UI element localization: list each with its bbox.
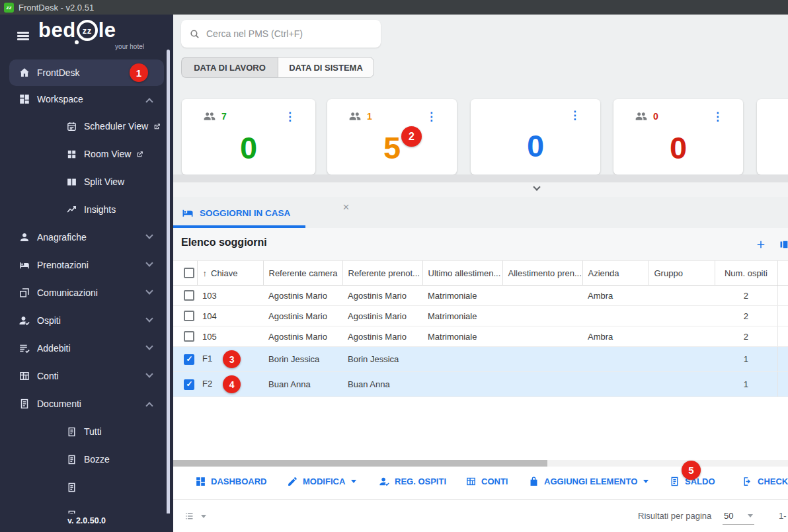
add-icon[interactable] <box>755 239 767 250</box>
sidebar-item-comunicazioni[interactable]: Comunicazioni <box>9 279 164 307</box>
sort-asc-icon: ↑ <box>203 268 208 278</box>
row-checkbox[interactable] <box>184 331 194 342</box>
column-header[interactable]: Num. ospiti <box>715 261 777 285</box>
column-header-chiave[interactable]: ↑Chiave <box>197 261 263 285</box>
sidebar-item-scheduler-view[interactable]: Scheduler View <box>9 112 164 140</box>
table-row-selected[interactable]: F13 Borin Jessica Borin Jessica 1 <box>173 347 788 372</box>
sidebar-item-workspace[interactable]: Workspace <box>9 86 164 112</box>
close-icon[interactable]: ✕ <box>342 202 350 212</box>
sidebar-item-bozze[interactable]: Bozze <box>9 445 164 473</box>
stat-card-1: 7 ⋮ 0 <box>182 99 315 174</box>
table-row[interactable]: 105 Agostinis Mario Agostinis Mario Matr… <box>173 326 788 347</box>
menu-icon[interactable] <box>17 32 29 40</box>
column-header[interactable]: Referente camera <box>263 261 342 285</box>
results-range: 1- <box>779 511 787 521</box>
table-row[interactable]: 104 Agostinis Mario Agostinis Mario Matr… <box>173 306 788 326</box>
tab-soggiorni-in-casa[interactable]: SOGGIORNI IN CASA <box>181 206 290 219</box>
dashboard-button[interactable]: DASHBOARD <box>195 467 267 496</box>
list-check-icon <box>19 342 30 354</box>
sidebar-item-prenotazioni[interactable]: Prenotazioni <box>9 251 164 279</box>
sidebar-item-room-view[interactable]: Room View <box>9 140 164 168</box>
pencil-icon <box>287 476 298 487</box>
select-all-checkbox[interactable] <box>184 268 194 278</box>
table-row-selected[interactable]: F24 Buan Anna Buan Anna 1 <box>173 372 788 397</box>
search-input[interactable] <box>206 28 373 39</box>
kebab-menu-icon[interactable]: ⋮ <box>284 111 296 122</box>
sidebar-item-anticipi[interactable] <box>9 473 164 501</box>
column-header[interactable]: Azienda <box>582 261 649 285</box>
dropdown-caret-icon <box>351 480 356 483</box>
kebab-menu-icon[interactable]: ⋮ <box>426 111 437 122</box>
kebab-menu-icon[interactable]: ⋮ <box>569 110 580 121</box>
kebab-menu-icon[interactable]: ⋮ <box>712 111 723 122</box>
table-icon <box>465 476 477 487</box>
window-titlebar: zz FrontDesk - v2.0.51 <box>0 0 788 15</box>
chevron-up-icon <box>145 402 153 409</box>
tab-data-di-sistema[interactable]: DATA DI SISTEMA <box>278 57 374 78</box>
person-check-icon <box>379 476 390 487</box>
row-checkbox[interactable] <box>184 379 194 390</box>
sidebar-item-split-view[interactable]: Split View <box>9 168 164 196</box>
results-per-page-select[interactable]: 50 <box>723 508 754 525</box>
dashboard-icon <box>19 93 30 105</box>
card-view-icon[interactable] <box>777 239 788 250</box>
conti-button[interactable]: CONTI <box>465 467 508 496</box>
table-row[interactable]: 103 Agostinis Mario Agostinis Mario Matr… <box>173 285 788 306</box>
row-checkbox[interactable] <box>184 354 194 365</box>
people-icon <box>635 110 648 123</box>
modifica-button[interactable]: MODIFICA <box>287 467 356 496</box>
sidebar-scrollbar[interactable] <box>167 50 170 517</box>
app-window: zz FrontDesk - v2.0.51 bed zz le your ho… <box>0 0 788 532</box>
column-header[interactable]: Allestimento pren... <box>502 261 582 285</box>
dropdown-caret-icon <box>643 480 649 483</box>
global-search <box>181 20 381 48</box>
card-value: 5 <box>327 132 457 163</box>
results-per-page-label: Risultati per pagina <box>638 511 711 521</box>
bag-icon <box>528 476 539 487</box>
pagination-bar: Risultati per pagina 50 1- <box>173 499 788 532</box>
bedzzle-logo: bed zz le your hotel <box>38 19 144 50</box>
document-icon <box>19 398 30 410</box>
card-guest-count: 1 <box>367 111 372 122</box>
stat-card-4: 0 ⋮ 0 <box>613 99 743 174</box>
callout-badge-4: 4 <box>223 375 241 393</box>
sidebar-item-anagrafiche[interactable]: Anagrafiche <box>9 223 164 251</box>
main-content: DATA DI LAVORO DATA DI SISTEMA 7 ⋮ 0 1 ⋮… <box>173 15 788 532</box>
callout-badge-2: 2 <box>401 126 422 147</box>
row-checkbox[interactable] <box>184 311 194 321</box>
sidebar-item-documenti[interactable]: Documenti <box>9 390 164 418</box>
list-options-control[interactable] <box>184 510 206 522</box>
row-checkbox[interactable] <box>184 290 194 301</box>
sidebar-item-ospiti[interactable]: Ospiti <box>9 307 164 334</box>
check-out-button[interactable]: CHECK-OUT <box>742 467 788 496</box>
logo-tagline: your hotel <box>38 43 144 50</box>
tab-data-di-lavoro[interactable]: DATA DI LAVORO <box>181 57 278 78</box>
sidebar-item-addebiti[interactable]: Addebiti <box>9 334 164 362</box>
card-value: 0 <box>182 132 315 163</box>
sidebar-item-frontdesk[interactable]: FrontDesk 1 <box>9 59 164 86</box>
panel-header: Elenco soggiorni <box>173 228 788 260</box>
column-header-empty <box>777 261 788 285</box>
collapse-cards-bar[interactable] <box>173 182 788 197</box>
callout-badge-5: 5 <box>682 461 701 480</box>
app-icon: zz <box>4 3 14 13</box>
column-header[interactable]: Referente prenot... <box>342 261 422 285</box>
sidebar-item-tutti[interactable]: Tutti <box>9 418 164 445</box>
column-header[interactable]: Gruppo <box>649 261 715 285</box>
reg-ospiti-button[interactable]: REG. OSPITI <box>379 467 446 496</box>
table-icon <box>19 370 30 382</box>
people-icon <box>203 110 216 123</box>
sidebar-item-insights[interactable]: Insights <box>9 196 164 223</box>
aggiungi-elemento-button[interactable]: AGGIUNGI ELEMENTO <box>528 467 649 496</box>
window-title: FrontDesk - v2.0.51 <box>19 3 94 13</box>
column-header[interactable]: Ultimo allestimen... <box>422 261 502 285</box>
chevron-down-icon <box>145 315 153 322</box>
stat-card-2: 1 ⋮ 5 2 <box>327 99 457 174</box>
logo-zz-icon: zz <box>77 20 98 41</box>
sidebar-item-conti[interactable]: Conti <box>9 362 164 390</box>
card-value: 0 <box>613 132 743 163</box>
chevron-down-icon <box>145 259 153 266</box>
calendar-icon <box>66 121 77 132</box>
scrollbar-thumb[interactable] <box>173 460 547 467</box>
card-guest-count: 7 <box>221 111 227 122</box>
